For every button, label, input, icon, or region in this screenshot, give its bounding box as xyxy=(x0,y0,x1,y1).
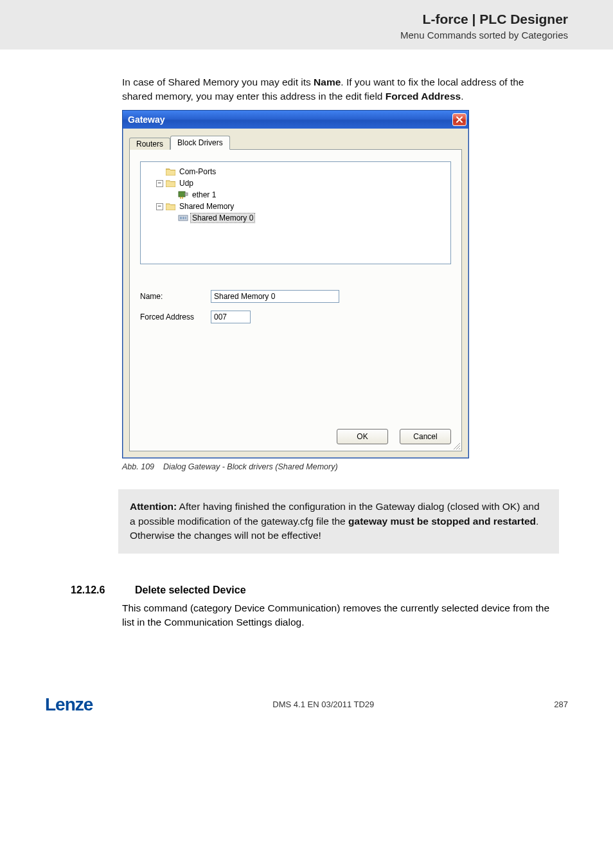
page-header: L-force | PLC Designer Menu Commands sor… xyxy=(0,0,613,50)
tab-panel-block-drivers: Com-Ports − Udp xyxy=(129,149,462,451)
form-area: Name: Forced Address xyxy=(140,290,451,323)
section-title: Delete selected Device xyxy=(135,584,246,596)
section-number: 12.12.6 xyxy=(71,584,109,596)
svg-rect-2 xyxy=(180,197,181,199)
folder-icon xyxy=(166,168,175,176)
forced-address-input[interactable] xyxy=(211,311,251,323)
page-footer: Lenze DMS 4.1 EN 03/2011 TD29 287 xyxy=(0,656,613,741)
lenze-logo: Lenze xyxy=(45,694,93,715)
name-label: Name: xyxy=(140,292,211,301)
tab-block-drivers[interactable]: Block Drivers xyxy=(170,136,230,150)
tree-node-ether1[interactable]: ether 1 xyxy=(145,189,447,201)
intro-text-c: . xyxy=(461,91,463,102)
svg-rect-1 xyxy=(185,193,188,195)
collapse-icon[interactable]: − xyxy=(156,180,163,187)
folder-icon xyxy=(166,203,175,210)
memory-icon xyxy=(178,213,188,222)
resize-grip-icon[interactable] xyxy=(452,441,461,450)
tree-node-shared-memory[interactable]: − Shared Memory xyxy=(145,201,447,212)
dialog-titlebar: Gateway xyxy=(123,111,468,129)
attention-bold: gateway must be stopped and restarted xyxy=(348,516,536,527)
dialog-body: Routers Block Drivers Com-Ports xyxy=(123,129,468,458)
tree-node-com-ports[interactable]: Com-Ports xyxy=(145,166,447,177)
svg-rect-0 xyxy=(179,192,185,197)
intro-paragraph: In case of Shared Memory you may edit it… xyxy=(122,75,555,104)
header-title: L-force | PLC Designer xyxy=(45,12,568,27)
intro-name-bold: Name xyxy=(314,77,341,87)
figure-number: Abb. 109 xyxy=(122,462,154,471)
name-input[interactable] xyxy=(211,290,339,303)
tree-label-ether1: ether 1 xyxy=(191,190,217,199)
intro-text-a: In case of Shared Memory you may edit it… xyxy=(122,77,314,87)
tree-view[interactable]: Com-Ports − Udp xyxy=(140,161,451,264)
footer-center: DMS 4.1 EN 03/2011 TD29 xyxy=(272,700,374,709)
page-number: 287 xyxy=(554,700,568,709)
ok-button[interactable]: OK xyxy=(337,429,388,444)
svg-rect-7 xyxy=(185,217,186,219)
svg-rect-5 xyxy=(180,217,182,219)
close-icon[interactable] xyxy=(452,113,466,126)
folder-icon xyxy=(166,179,175,187)
network-card-icon xyxy=(178,190,188,199)
attention-box: Attention: After having finished the con… xyxy=(118,489,559,553)
tree-node-shared-memory-0[interactable]: Shared Memory 0 xyxy=(145,212,447,224)
forced-address-label: Forced Address xyxy=(140,312,211,321)
tree-label-shared-memory: Shared Memory xyxy=(178,202,235,211)
figure-caption: Abb. 109 Dialog Gateway - Block drivers … xyxy=(122,462,555,471)
section-body: This command (category Device Communicat… xyxy=(122,601,555,630)
svg-rect-3 xyxy=(182,197,183,199)
header-subtitle: Menu Commands sorted by Categories xyxy=(45,30,568,41)
svg-rect-6 xyxy=(182,217,184,219)
figure-caption-text: Dialog Gateway - Block drivers (Shared M… xyxy=(163,462,338,471)
cancel-button[interactable]: Cancel xyxy=(400,429,451,444)
intro-forced-bold: Forced Address xyxy=(386,91,461,102)
tree-label-shared-memory-0: Shared Memory 0 xyxy=(191,213,254,222)
tabs: Routers Block Drivers xyxy=(129,135,462,149)
gateway-dialog: Gateway Routers Block Drivers xyxy=(122,110,469,458)
dialog-title: Gateway xyxy=(128,114,165,125)
tree-label-udp: Udp xyxy=(178,179,195,188)
svg-line-10 xyxy=(459,448,460,449)
tree-label-com-ports: Com-Ports xyxy=(178,167,217,176)
attention-label: Attention: xyxy=(130,501,177,512)
collapse-icon[interactable]: − xyxy=(156,203,163,210)
tab-routers[interactable]: Routers xyxy=(129,138,170,150)
tree-node-udp[interactable]: − Udp xyxy=(145,177,447,189)
